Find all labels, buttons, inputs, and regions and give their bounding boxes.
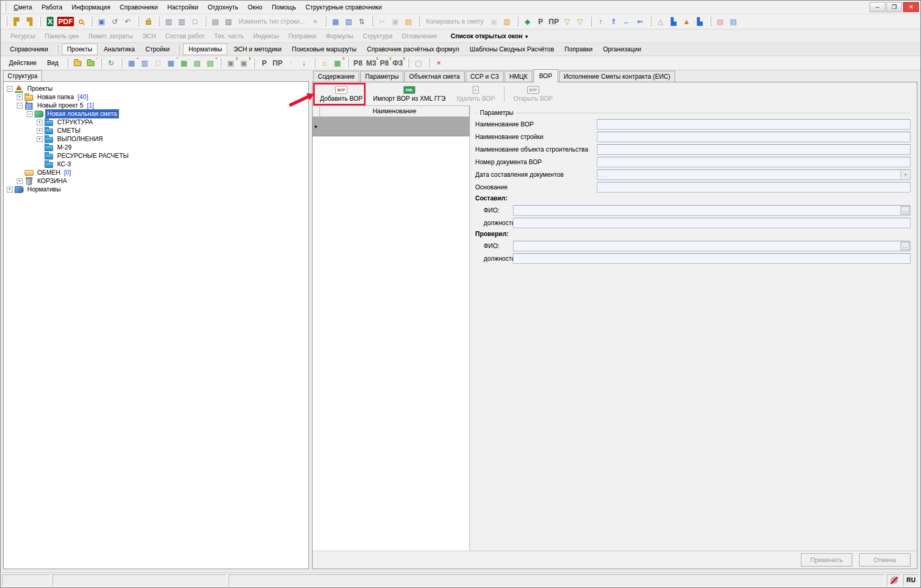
toolbar-grip[interactable] [516, 17, 518, 27]
tab-esn-i-metodiki[interactable]: ЭСН и методики [228, 44, 286, 55]
toolbar-grip[interactable] [5, 17, 7, 27]
object-name-input[interactable] [597, 144, 911, 155]
copy-icon[interactable]: ▣ [389, 16, 401, 28]
toolbar-grip[interactable] [157, 17, 159, 27]
doc-m3-icon[interactable]: М38 [365, 57, 377, 69]
toolbar-grip[interactable] [427, 58, 430, 68]
paste-clipboard-icon[interactable]: ▥ [501, 16, 513, 28]
paste-icon[interactable]: ▤ [402, 16, 414, 28]
folder-up-icon[interactable]: ↑ [71, 57, 83, 69]
doc-pr-small-icon[interactable]: ПР [271, 57, 283, 69]
vor-table-selected-row[interactable]: ► [313, 117, 469, 136]
doc-p8-icon[interactable]: P8 [352, 57, 364, 69]
tab-shablony-svodnykh-raschetov[interactable]: Шаблоны Сводных Расчётов [464, 44, 559, 55]
tree-item-resursnye-raschety[interactable]: РЕСУРСНЫЕ РАСЧЕТЫ [4, 152, 308, 160]
panel-struktura[interactable]: Структура [358, 30, 397, 42]
copy-badge2-icon[interactable]: ▣8 [238, 57, 250, 69]
replace-row-icon[interactable]: ▧ [222, 16, 234, 28]
copy-badge-icon[interactable]: ▣8 [224, 57, 237, 69]
menu-nastroyki[interactable]: Настройки [163, 2, 203, 13]
delete-vor-button[interactable]: ×Удалить ВОР [451, 83, 500, 104]
rtab-vor[interactable]: ВОР [533, 69, 558, 82]
layers-blue-icon[interactable]: ▤ [727, 16, 740, 28]
cancel-button[interactable]: Отмена [859, 553, 911, 566]
table-edit-icon[interactable]: ▦* [165, 57, 177, 69]
panel-popravki[interactable]: Поправки [284, 30, 321, 42]
expand-icon[interactable]: + [37, 128, 42, 134]
tree-item-ks-3[interactable]: КС-3 [4, 160, 308, 168]
doc-p-small-icon[interactable]: P [258, 57, 270, 69]
action-menu[interactable]: Действие [4, 57, 42, 69]
copy-to-estimate-label[interactable]: Копировать в смету [422, 18, 487, 25]
machines-icon[interactable]: ▙ [694, 16, 706, 28]
rtab-soderzhanie[interactable]: Содержание [313, 71, 359, 82]
change-row-type-label[interactable]: Изменить тип строки... [235, 18, 308, 25]
tree-item-obmen[interactable]: ОБМЕН[0] [4, 168, 308, 177]
save-icon[interactable]: ▣ [95, 16, 108, 28]
tab-stroyki[interactable]: Стройки [140, 44, 175, 55]
insert-file-icon[interactable]: ▨ [342, 16, 355, 28]
outline-level-left-icon[interactable]: ← [621, 16, 633, 28]
compass-icon[interactable]: △ [655, 16, 667, 28]
outline-level-up-icon[interactable]: ↑ [595, 16, 607, 28]
vor-table-header[interactable]: Наименование [320, 105, 469, 117]
doc-p8b-icon[interactable]: P88 [378, 57, 390, 69]
checked-fio-browse-button[interactable]: … [901, 242, 909, 250]
import-vor-button[interactable]: XMLИмпорт ВОР из XML ГГЭ [368, 83, 451, 104]
panel-oglavlenie[interactable]: Оглавление [397, 30, 442, 42]
toolbar-grip[interactable] [313, 58, 315, 68]
rtab-obektnaya-smeta[interactable]: Объектная смета [404, 71, 465, 82]
tree-item-m-29[interactable]: М-29 [4, 143, 308, 152]
doc-p-icon[interactable]: P [534, 16, 547, 28]
expand-icon[interactable]: + [17, 178, 23, 184]
compiled-fio-input[interactable]: … [513, 205, 911, 216]
panel-sostav-rabot[interactable]: Состав работ [160, 30, 209, 42]
collapse-icon[interactable]: − [7, 86, 13, 92]
toolbar-grip[interactable] [590, 17, 592, 27]
toolbar-grip[interactable] [417, 17, 420, 27]
construction-name-input[interactable] [597, 132, 911, 142]
truck-icon[interactable]: ▙ [668, 16, 680, 28]
menu-smeta[interactable]: Смета [9, 2, 37, 13]
materials-icon[interactable]: ▲ [681, 16, 693, 28]
add-vor-button[interactable]: ВОРДобавить ВОР [315, 83, 368, 104]
checked-position-input[interactable] [513, 253, 911, 264]
search-icon[interactable] [75, 16, 87, 28]
doc-f3-icon[interactable]: Ф38 [391, 57, 404, 69]
panel-indeksy[interactable]: Индексы [249, 30, 284, 42]
tree-item-novyy-proekt-5[interactable]: −Новый проект 5[1] [4, 101, 308, 110]
delete-row-icon[interactable]: × [309, 16, 321, 28]
menu-spravochniki[interactable]: Справочники [115, 2, 163, 13]
estimate-structure-icon[interactable]: ▛ [10, 16, 23, 28]
apply-button[interactable]: Применить [801, 553, 852, 566]
open-windows-list-button[interactable]: Список открытых окон ▼ [446, 30, 533, 42]
tab-analitika[interactable]: Аналитика [99, 44, 140, 55]
rtab-ispolnenie-smety-kontrakta[interactable]: Исполнение Сметы контракта (ЕИС) [559, 71, 675, 82]
toolbar-grip[interactable] [219, 58, 221, 68]
expand-icon[interactable]: + [37, 136, 42, 142]
tab-spravochnik-raschetnykh-formul[interactable]: Справочник расчётных формул [362, 44, 465, 55]
collapse-icon[interactable]: − [27, 111, 33, 117]
toolbar-grip[interactable] [709, 17, 711, 27]
basis-input[interactable] [597, 182, 911, 193]
tab-organizatsii[interactable]: Организации [598, 44, 647, 55]
table-columns-icon[interactable]: ▥ [138, 57, 151, 69]
language-indicator[interactable]: RU [903, 574, 919, 586]
row-comment-icon[interactable]: □ [189, 16, 201, 28]
rtab-parametry[interactable]: Параметры [360, 71, 403, 82]
menu-pomoshch[interactable]: Помощь [267, 2, 301, 13]
toolbar-grip[interactable] [120, 58, 122, 68]
view-menu[interactable]: Вид [42, 57, 64, 69]
filter-check-icon[interactable]: ▽ [561, 16, 573, 28]
minimize-button[interactable]: – [870, 2, 885, 12]
toolbar-grip[interactable] [324, 17, 326, 27]
open-vor-button[interactable]: ВОРОткрыть ВОР [508, 83, 558, 104]
toolbar-grip[interactable] [137, 17, 139, 27]
menu-otdokhnut[interactable]: Отдохнуть [203, 2, 243, 13]
outline-level-first-icon[interactable]: ⇐ [634, 16, 646, 28]
tab-spravochniki[interactable]: Справочники [5, 44, 53, 55]
toolbar-grip[interactable] [649, 17, 651, 27]
pdf-export-icon[interactable]: PDF [57, 16, 74, 28]
structure-tab[interactable]: Структура [3, 70, 42, 81]
close-view-icon[interactable]: × [433, 57, 445, 69]
